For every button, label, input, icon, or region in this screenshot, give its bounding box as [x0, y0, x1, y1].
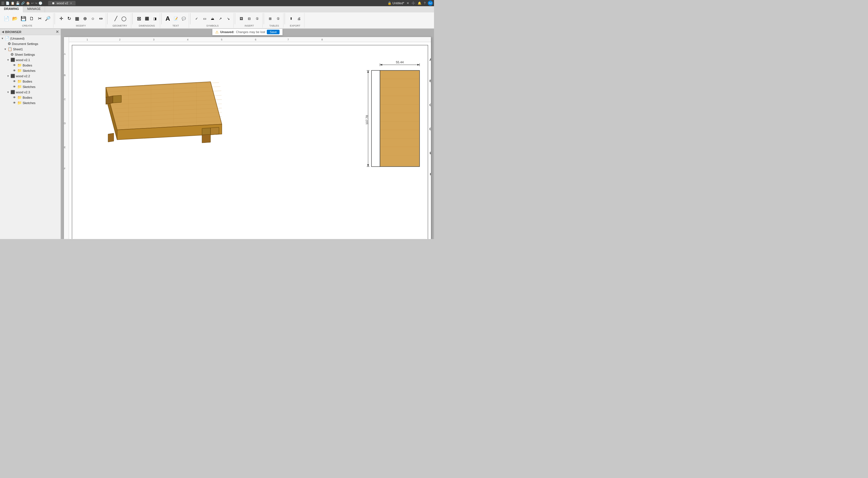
file-tab[interactable]: 🔲 wood v2 ✕ [48, 1, 75, 5]
modify-group: ✛ ↻ ▦ ⊕ ○ ⇔ MODIFY [56, 13, 106, 28]
tree-item-doc-settings[interactable]: ⚙ Document Settings [0, 41, 61, 46]
iso-view-svg [72, 56, 230, 189]
window-close-btn[interactable]: ✕ [407, 1, 409, 5]
note-btn[interactable]: 📝 [172, 16, 179, 21]
redo-icon[interactable]: ↪ [35, 1, 37, 5]
geometry-tools: ╱ ◯ [113, 13, 127, 24]
export-tools: ⬆ 🖨 [288, 13, 303, 24]
open-icon: 📂 [12, 17, 18, 21]
circle2-btn[interactable]: ◯ [121, 16, 127, 22]
app-menu-icon[interactable]: ☰ [1, 1, 4, 5]
create-group: 📄 📂 💾 🗋 ✂ 🔎 CREATE [1, 13, 54, 28]
svg-marker-49 [380, 64, 382, 66]
tree-item-unsaved[interactable]: ▼ 📄 (Unsaved) [0, 36, 61, 41]
text-btn[interactable]: A [164, 14, 171, 23]
table-icon: ⊞ [269, 17, 272, 21]
share-icon[interactable]: 🔗 [21, 1, 25, 5]
move-btn[interactable]: ✛ [58, 16, 64, 22]
break-view-icon: ✂ [38, 17, 41, 21]
arrow-btn1[interactable]: ↗ [217, 16, 224, 21]
tree-item-bodies3[interactable]: 👁 📁 Bodies [0, 95, 61, 100]
sketches3-icon: 📁 [17, 101, 22, 105]
modify-label: MODIFY [76, 24, 86, 27]
checkmark-btn[interactable]: ✓ [193, 16, 200, 21]
hatch-btn[interactable]: ▦ [73, 16, 80, 22]
home-icon[interactable]: 🏠 [26, 1, 30, 5]
tree-item-sketches1[interactable]: 👁 📁 Sketches [0, 68, 61, 73]
window-max-btn[interactable]: ➕ [411, 1, 415, 5]
tree-item-bodies1[interactable]: 👁 📁 Bodies [0, 63, 61, 68]
balloon-btn[interactable]: 💬 [180, 16, 187, 21]
save-icon-top[interactable]: 💾 [16, 1, 20, 5]
undo-icon[interactable]: ↩ [31, 1, 34, 5]
tab-drawing[interactable]: DRAWING [0, 6, 23, 12]
user-avatar[interactable]: NJ [428, 1, 433, 6]
eye-icon-sketches3: 👁 [13, 101, 16, 104]
dim-btn1[interactable]: ⊠ [135, 15, 142, 22]
rotate-btn[interactable]: ↻ [66, 16, 72, 22]
dim-btn2[interactable]: ⬛ [144, 16, 150, 21]
wood22-icon: ⬛ [10, 74, 15, 78]
export-group: ⬆ 🖨 EXPORT [286, 13, 304, 28]
insert-view-btn[interactable]: ⊟ [246, 16, 253, 21]
insert-group: 🖼 ⊟ ① INSERT [236, 13, 262, 28]
surface-btn[interactable]: ▭ [201, 16, 208, 21]
tab-close-icon[interactable]: ✕ [70, 2, 72, 5]
save-btn[interactable]: 💾 [20, 16, 27, 22]
save-icon: 💾 [21, 17, 26, 21]
photo-icon: 🖼 [240, 17, 243, 21]
tree-item-sheet-settings[interactable]: ⚙ Sheet Settings [0, 52, 61, 57]
browser-title: BROWSER [5, 30, 21, 34]
browser-close-btn[interactable]: ✕ [56, 30, 59, 34]
tree-item-wood23[interactable]: ▼ ⬛ wood v2.3 [0, 89, 61, 95]
circle-btn[interactable]: ○ [89, 16, 96, 22]
col-5: 5 [221, 38, 222, 41]
arrow-btn2[interactable]: ↘ [225, 16, 232, 21]
tree-item-sheet1[interactable]: ▼ 📋 Sheet1 [0, 46, 61, 52]
line-btn[interactable]: ╱ [113, 16, 119, 22]
new-icon: 📄 [4, 17, 9, 21]
dim-height-text: 107.78 [366, 115, 369, 125]
doc-icon2[interactable]: 📋 [11, 1, 15, 5]
tree-item-wood22[interactable]: ▼ ⬛ wood v2.2 [0, 73, 61, 78]
center-btn[interactable]: ⊕ [82, 16, 88, 22]
col-6: 6 [255, 38, 256, 41]
history-icon[interactable]: 🕐 [38, 1, 42, 5]
tree-item-wood21[interactable]: ▼ ⬛ wood v2.1 [0, 57, 61, 63]
insert-tools: 🖼 ⊟ ① [238, 13, 260, 24]
save-banner-btn[interactable]: Save [267, 30, 280, 34]
table-btn[interactable]: ⊞ [267, 16, 274, 21]
flip-btn[interactable]: ⇔ [97, 16, 104, 22]
tree-item-sketches2[interactable]: 👁 📁 Sketches [0, 84, 61, 89]
notifications-icon[interactable]: 🔔 [417, 1, 422, 5]
dim-btn3[interactable]: ◨ [151, 16, 158, 21]
tree-item-bodies2[interactable]: 👁 📁 Bodies [0, 78, 61, 84]
insert-detail-btn[interactable]: ① [254, 16, 260, 21]
browser-arrow: ◀ [2, 30, 4, 33]
modify-tools: ✛ ↻ ▦ ⊕ ○ ⇔ [58, 13, 104, 24]
canvas-area[interactable]: ⚠ Unsaved: Changes may be lost Save 1 2 … [61, 29, 434, 239]
row-b-left: B [64, 74, 66, 77]
new-doc-icon[interactable]: 📄 [6, 1, 10, 5]
sketches1-label: Sketches [23, 69, 35, 72]
export-label: EXPORT [290, 24, 301, 27]
template-btn[interactable]: 🗋 [28, 16, 35, 22]
sheet-settings-icon: ⚙ [10, 52, 14, 57]
open-btn[interactable]: 📂 [11, 16, 19, 22]
circle-icon: ○ [91, 17, 94, 21]
break-view-btn[interactable]: ✂ [36, 16, 43, 22]
detail-view-btn[interactable]: 🔎 [44, 16, 52, 22]
photo-btn[interactable]: 🖼 [238, 16, 245, 21]
roughness-btn[interactable]: ⛰ [209, 16, 216, 21]
tree-item-sketches3[interactable]: 👁 📁 Sketches [0, 100, 61, 105]
bodies2-icon: 📁 [17, 79, 22, 84]
row-a-left: A [64, 53, 66, 56]
print-btn[interactable]: 🖨 [296, 16, 303, 21]
bom-btn[interactable]: ① [275, 16, 281, 21]
help-icon[interactable]: ? [424, 1, 426, 5]
geometry-label: GEOMETRY [113, 24, 127, 27]
export-btn[interactable]: ⬆ [288, 16, 294, 21]
move-icon: ✛ [59, 17, 63, 21]
new-btn[interactable]: 📄 [3, 16, 10, 22]
tab-manage[interactable]: MANAGE [23, 6, 45, 12]
